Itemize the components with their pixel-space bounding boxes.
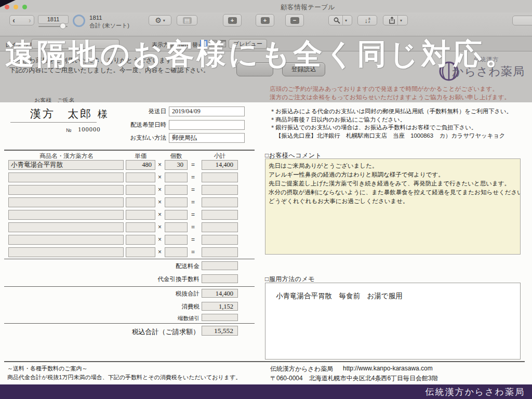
quantity-field[interactable]: [165, 210, 188, 220]
slide-footer-bar: 伝統漢方からさわ薬局: [0, 384, 532, 399]
chevron-down-icon: ▾: [400, 18, 402, 23]
subtotal-field[interactable]: [202, 185, 238, 195]
chevron-down-icon: ▾: [163, 18, 165, 23]
share-button[interactable]: ▾: [383, 15, 408, 25]
shop-url[interactable]: http://www.kanpo-karasawa.com: [343, 365, 433, 372]
quantity-field[interactable]: [165, 222, 188, 232]
title-bar: 顧客情報テーブル: [0, 0, 532, 12]
order-row: × =: [8, 172, 255, 185]
equals-sign: =: [191, 161, 195, 168]
shipping-field[interactable]: [202, 261, 238, 270]
previous-record-button[interactable]: ‹: [10, 16, 18, 24]
comment-line: 水分の摂取が過剰にならないように、また暴飲暴食を控えて経過を見てまたお知らせくだ…: [269, 188, 517, 197]
order-row: × =: [8, 235, 255, 247]
product-name-field[interactable]: [8, 197, 124, 207]
unit-price-field[interactable]: 480: [126, 160, 155, 170]
button-divider: [342, 16, 343, 25]
unit-price-field[interactable]: [126, 247, 155, 257]
found-set-progress-icon[interactable]: [73, 15, 85, 27]
close-traffic-light-icon[interactable]: [5, 5, 9, 9]
delete-record-button[interactable]: −: [285, 14, 304, 26]
unit-price-field[interactable]: [126, 222, 155, 232]
share-icon: [389, 17, 395, 24]
new-record-icon: +: [261, 17, 270, 24]
overlay-caption: 遠隔地のお客様にも全く同じ対応。: [5, 39, 516, 69]
store-notice-line: 店頭のご予約が混みあっておりますので発送まで時間がかかることがございます。: [270, 85, 532, 93]
rounding-field[interactable]: [202, 314, 238, 321]
dosage-memo-field[interactable]: 小青竜湯合平胃散 毎食前 お湯で服用: [265, 283, 521, 360]
product-name-field[interactable]: [8, 235, 124, 245]
unit-price-field[interactable]: [126, 197, 155, 207]
dosage-text: 小青竜湯合平胃散 毎食前 お湯で服用: [276, 291, 403, 301]
cod-fee-field[interactable]: [202, 274, 238, 283]
subtotal-header: 小計: [202, 152, 238, 160]
show-all-button[interactable]: ▤: [177, 15, 197, 25]
unit-price-field[interactable]: [126, 235, 155, 245]
table-top-rule: [4, 150, 255, 151]
comment-line: 先日ご提案差し上げた漢方薬で引き続き経過をみて、再発防止まで行きたいと思います。: [269, 179, 517, 188]
payment-note-line: 【振込先口座】北洋銀行 札幌駅南口支店 当座 1000863 カ）カラサワヤッキ…: [270, 132, 532, 140]
unit-price-field[interactable]: [126, 185, 155, 195]
subtotal-field[interactable]: [202, 222, 238, 232]
customer-comment-field[interactable]: 先日はご来局ありがとうございました。アレルギー性鼻炎の経過の方はわりと順調な様子…: [265, 158, 521, 255]
pretax-total-label: 税抜合計: [83, 290, 200, 298]
equals-sign: =: [191, 174, 195, 181]
record-slider-knob[interactable]: [60, 23, 66, 29]
pretax-total-field[interactable]: 14,400: [202, 289, 238, 298]
payment-note-line: ＊お振込みによる代金のお支払いは同封の郵便局払込用紙（手数料無料）をご利用下さい…: [270, 108, 532, 116]
sort-button[interactable]: ↓ az: [357, 15, 377, 25]
quantity-field[interactable]: [165, 235, 188, 245]
quantity-header: 個数: [165, 152, 188, 160]
equals-sign: =: [191, 211, 195, 218]
gear-icon: ⚙: [155, 17, 162, 24]
unit-price-header: 単価: [126, 152, 155, 160]
product-name-field[interactable]: [8, 222, 124, 232]
next-record-button[interactable]: ›: [26, 16, 34, 24]
subtotal-field[interactable]: [202, 235, 238, 245]
toolbar-right-partial-button[interactable]: [512, 16, 532, 25]
totals-rule-3: [4, 323, 255, 324]
subtotal-field[interactable]: [202, 247, 238, 257]
product-name-field[interactable]: [8, 185, 124, 195]
quantity-field[interactable]: [165, 197, 188, 207]
comment-line: どうぞくれぐれもお大事にお過ごしくださいませ。: [269, 197, 517, 206]
zoom-traffic-light-icon[interactable]: [22, 5, 27, 9]
equals-sign: =: [191, 223, 195, 231]
payment-note-line: ＊商品到着後７日以内のお振込にご協力ください。: [270, 116, 532, 124]
product-name-field[interactable]: [8, 172, 124, 182]
grand-total-field[interactable]: 15,552: [202, 326, 238, 336]
product-name-field[interactable]: [8, 247, 124, 257]
fees-text: 商品代金合計が税抜1万円未満の場合、下記の手数料とその消費税をいただいております…: [7, 374, 241, 381]
find-button[interactable]: ▾: [328, 15, 352, 25]
sort-az-icon: az: [368, 17, 370, 24]
times-sign: ×: [158, 186, 162, 193]
window-title: 顧客情報テーブル: [281, 3, 335, 12]
quantity-field[interactable]: [165, 185, 188, 195]
delete-record-icon: −: [290, 17, 299, 24]
quantity-field[interactable]: [165, 172, 188, 182]
minimize-traffic-light-icon[interactable]: [14, 5, 18, 9]
unit-price-field[interactable]: [126, 172, 155, 182]
slide: 顧客情報テーブル ‹ › 1811 レコード 1811 合計 (未ソート) ⚙▾…: [0, 0, 532, 399]
quantity-field[interactable]: [165, 247, 188, 257]
quantity-field[interactable]: 30: [165, 160, 188, 170]
product-name-field[interactable]: 小青竜湯合平胃散: [8, 160, 124, 170]
subtotal-field[interactable]: [202, 210, 238, 220]
order-row: × =: [8, 222, 255, 235]
tax-field[interactable]: 1,152: [202, 302, 238, 311]
show-all-icon: ▤: [183, 17, 192, 24]
subtotal-field[interactable]: [202, 197, 238, 207]
subtotal-field[interactable]: [202, 172, 238, 182]
new-record-button[interactable]: +: [256, 14, 274, 26]
equals-sign: =: [191, 198, 195, 206]
unit-price-field[interactable]: [126, 210, 155, 220]
found-sub: 合計 (未ソート): [89, 22, 129, 30]
subtotal-field[interactable]: 14,400: [202, 160, 238, 170]
totals-rule-1: [4, 259, 255, 259]
manage-button[interactable]: ⚙▾: [149, 15, 171, 25]
duplicate-record-button[interactable]: +: [223, 14, 242, 26]
payment-note-line: ＊銀行振込でのお支払いの場合は、お振込み手数料はお客様でご負担下さい。: [270, 124, 532, 132]
product-name-field[interactable]: [8, 210, 124, 220]
order-row: × =: [8, 210, 255, 222]
order-row: × =: [8, 197, 255, 210]
